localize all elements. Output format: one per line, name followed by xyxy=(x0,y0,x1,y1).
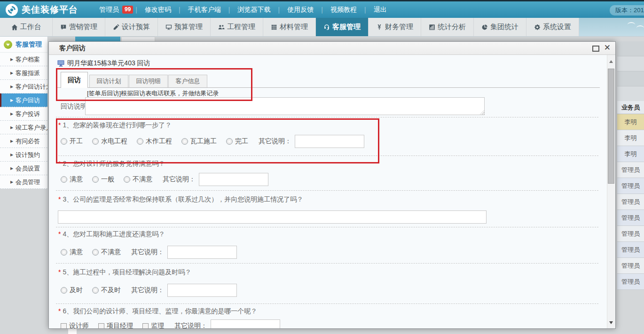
required-asterisk: * xyxy=(58,230,61,238)
sidebar-item-客服指派[interactable]: ▶客服指派 xyxy=(0,66,47,80)
sidebar-item-设计预约[interactable]: ▶设计预约 xyxy=(0,148,47,162)
answer-input[interactable] xyxy=(58,210,487,224)
other-input[interactable] xyxy=(167,284,237,297)
checkbox-icon[interactable] xyxy=(98,323,104,329)
dialog-tab-回访[interactable]: 回访 xyxy=(61,72,88,88)
nav-tab-材料管理[interactable]: 材料管理 xyxy=(263,18,316,36)
sidebar-item-竣工客户录入[interactable]: ▶竣工客户录入 xyxy=(0,121,47,134)
background-table-strip xyxy=(617,41,644,101)
radio-option-满意[interactable]: 满意 xyxy=(61,175,83,184)
other-input[interactable] xyxy=(199,173,268,186)
dialog-scrollbar[interactable] xyxy=(607,55,615,328)
question-text: 3、公司的监理是否经常和您保持联系（联系过几次），并向您说明施工情况了吗？ xyxy=(63,195,303,203)
radio-icon[interactable] xyxy=(61,176,67,183)
radio-icon[interactable] xyxy=(181,138,188,145)
topbar-menu-item[interactable]: 修改密码 xyxy=(145,6,171,13)
sidebar-item-会员设置[interactable]: ▶会员设置 xyxy=(0,162,47,175)
radio-icon[interactable] xyxy=(92,176,99,183)
salesman-row[interactable]: 管理员 xyxy=(617,258,644,274)
salesman-row[interactable]: 管理员 xyxy=(617,178,644,194)
checkbox-option-设计师[interactable]: 设计师 xyxy=(61,322,89,328)
nav-tab-客服管理[interactable]: 客服管理 xyxy=(316,18,369,36)
nav-tab-label: 工程管理 xyxy=(227,23,255,31)
topbar-menu-item[interactable]: 手机客户端 xyxy=(188,6,221,13)
salesman-row[interactable]: 管理员 xyxy=(617,226,644,242)
triangle-right-icon: ▶ xyxy=(10,134,13,148)
topbar-menu-item[interactable]: 退出 xyxy=(374,6,387,13)
radio-option-不满意[interactable]: 不满意 xyxy=(92,248,121,256)
dialog-tab-回访明细[interactable]: 回访明细 xyxy=(129,75,168,88)
question-title: *6、我们公司的设计师、项目经理、监理，你最满意的是哪一个呢？ xyxy=(58,307,257,316)
radio-option-不满意[interactable]: 不满意 xyxy=(124,175,152,184)
checkbox-option-监理[interactable]: 监理 xyxy=(142,322,164,328)
nav-tab-工程管理[interactable]: 工程管理 xyxy=(211,18,263,36)
salesman-row[interactable]: 李明 xyxy=(617,146,644,162)
radio-icon[interactable] xyxy=(124,176,130,183)
nav-tab-预算管理[interactable]: 预算管理 xyxy=(158,18,211,36)
salesman-row[interactable]: 管理员 xyxy=(617,242,644,258)
current-user[interactable]: 管理员 99 xyxy=(99,6,133,14)
nav-tab-财务管理[interactable]: 财务管理 xyxy=(369,18,421,36)
radio-option-开工[interactable]: 开工 xyxy=(61,137,83,146)
radio-icon[interactable] xyxy=(137,138,143,145)
sidebar-item-label: 客户档案 xyxy=(16,56,40,63)
sidebar-item-客户回访[interactable]: ▶客户回访 xyxy=(0,93,47,107)
scroll-up-icon[interactable] xyxy=(609,58,613,63)
radio-icon[interactable] xyxy=(226,138,233,145)
other-input[interactable] xyxy=(295,135,364,148)
nav-tab-统计分析[interactable]: 统计分析 xyxy=(421,18,474,36)
radio-option-一般[interactable]: 一般 xyxy=(92,175,114,184)
nav-tab-营销管理[interactable]: 营销管理 xyxy=(53,18,105,36)
salesman-row[interactable]: 管理员 xyxy=(617,194,644,210)
close-icon[interactable]: ✕ xyxy=(604,43,611,53)
other-label: 其它说明： xyxy=(174,322,207,328)
sidebar-item-客户投诉[interactable]: ▶客户投诉 xyxy=(0,107,47,121)
salesman-row[interactable]: 管理员 xyxy=(617,210,644,226)
nav-tab-工作台[interactable]: 工作台 xyxy=(0,18,53,36)
dialog-titlebar[interactable]: 客户回访 ✕ xyxy=(49,42,615,55)
checkbox-option-项目经理[interactable]: 项目经理 xyxy=(98,322,133,328)
sidebar-item-有问必答[interactable]: ▶有问必答 xyxy=(0,134,47,148)
collapse-circle-icon[interactable] xyxy=(4,40,12,49)
sidebar-item-会员管理[interactable]: ▶会员管理 xyxy=(0,175,47,189)
scrollbar-thumb[interactable] xyxy=(608,69,614,184)
radio-option-瓦工施工[interactable]: 瓦工施工 xyxy=(181,137,217,146)
checkbox-icon[interactable] xyxy=(142,323,149,329)
radio-icon[interactable] xyxy=(61,287,67,294)
topbar-menu-item[interactable]: 视频教程 xyxy=(330,6,357,13)
visit-note-textarea[interactable] xyxy=(85,97,485,115)
divider xyxy=(56,303,598,304)
nav-tab-集团统计[interactable]: 集团统计 xyxy=(474,18,526,36)
notification-badge[interactable]: 99 xyxy=(122,6,133,14)
radio-icon[interactable] xyxy=(61,249,67,256)
radio-option-木作工程[interactable]: 木作工程 xyxy=(137,137,172,146)
salesman-column: 业务员 李明李明李明管理员管理员管理员管理员管理员管理员管理员管理员 xyxy=(617,101,644,290)
other-input[interactable] xyxy=(167,246,237,259)
topbar-menu-item[interactable]: 浏览器下载 xyxy=(238,6,271,13)
maximize-icon[interactable] xyxy=(592,46,599,52)
topbar-menu-item[interactable]: 使用反馈 xyxy=(287,6,314,13)
sidebar-item-客户回访计划[interactable]: ▶客户回访计划 xyxy=(0,80,47,93)
salesman-row[interactable]: 管理员 xyxy=(617,162,644,178)
nav-tab-设计预算[interactable]: 设计预算 xyxy=(105,18,158,36)
salesman-row[interactable]: 李明 xyxy=(617,130,644,146)
salesman-row[interactable]: 李明 xyxy=(617,114,644,130)
radio-option-及时[interactable]: 及时 xyxy=(61,286,83,295)
radio-option-水电工程[interactable]: 水电工程 xyxy=(92,137,127,146)
checkbox-icon[interactable] xyxy=(61,323,67,329)
other-input[interactable] xyxy=(211,319,280,328)
radio-option-满意[interactable]: 满意 xyxy=(61,248,83,256)
salesman-row[interactable]: 管理员 xyxy=(617,274,644,290)
radio-option-完工[interactable]: 完工 xyxy=(226,137,248,146)
nav-tab-系统设置[interactable]: 系统设置 xyxy=(526,18,579,36)
radio-option-不及时[interactable]: 不及时 xyxy=(92,286,121,295)
sidebar-item-客户档案[interactable]: ▶客户档案 xyxy=(0,53,47,66)
radio-icon[interactable] xyxy=(61,138,67,145)
scroll-down-icon[interactable] xyxy=(609,321,613,326)
radio-icon[interactable] xyxy=(92,249,99,256)
sidebar-header[interactable]: 客服管理 xyxy=(0,37,47,53)
dialog-tab-客户信息[interactable]: 客户信息 xyxy=(168,75,207,88)
dialog-tab-回访计划[interactable]: 回访计划 xyxy=(89,75,128,88)
radio-icon[interactable] xyxy=(92,138,99,145)
radio-icon[interactable] xyxy=(92,287,99,294)
